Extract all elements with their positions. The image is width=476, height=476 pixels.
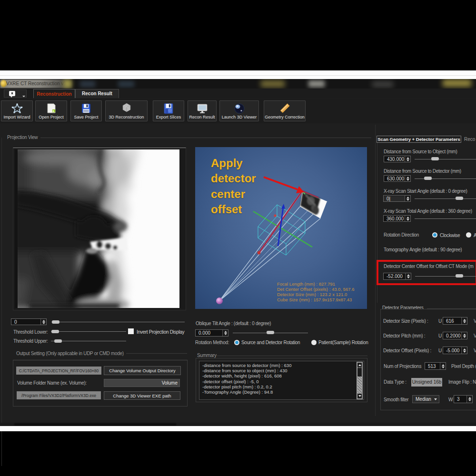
svg-text:Detector Size (mm) : 123.2 x 1: Detector Size (mm) : 123.2 x 121.0	[277, 292, 347, 297]
svg-text:Det Center Offset (pixels) : 4: Det Center Offset (pixels) : 43.0, 567.6	[277, 287, 354, 292]
svg-text:Focal Length (mm) : 827.791: Focal Length (mm) : 827.791	[277, 281, 335, 287]
svg-text:Cube Size (mm) : 157.9x157.9x8: Cube Size (mm) : 157.9x157.9x87.43	[277, 297, 352, 302]
